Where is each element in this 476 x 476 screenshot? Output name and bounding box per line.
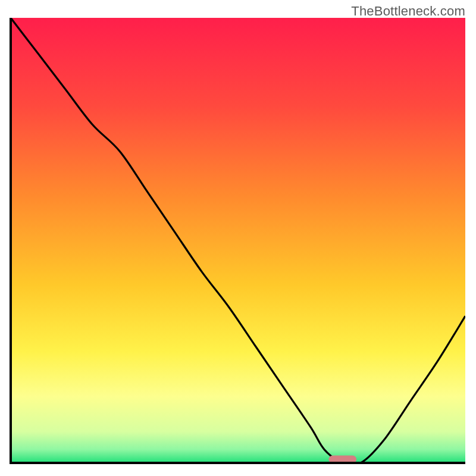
chart-svg: [0, 0, 476, 476]
bottleneck-chart: TheBottleneck.com: [0, 0, 476, 476]
watermark-text: TheBottleneck.com: [351, 4, 465, 19]
plot-background: [11, 18, 465, 463]
